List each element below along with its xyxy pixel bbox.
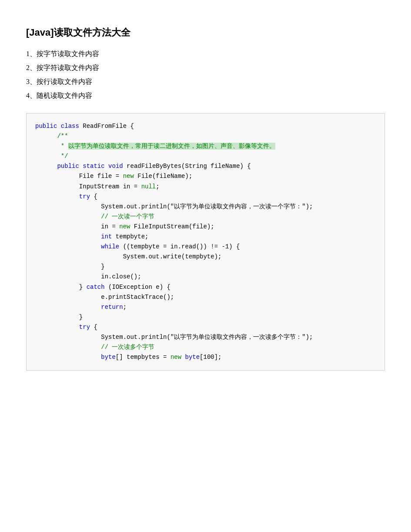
code-line-19: return; [35,302,376,312]
title-bracket: [Java] [26,27,54,38]
code-line-15: } [35,262,376,272]
code-line-1: public class ReadFromFile { [35,121,376,131]
code-line-2: /** [35,131,376,141]
table-of-contents: 1、按字节读取文件内容 2、按字符读取文件内容 3、按行读取文件内容 4、随机读… [26,47,385,103]
code-line-20: } [35,312,376,322]
code-line-23: // 一次读多个字节 [35,342,376,352]
code-line-17: } catch (IOException e) { [35,282,376,292]
code-line-6: File file = new File(fileName); [35,171,376,181]
toc-item-4: 4、随机读取文件内容 [26,89,385,103]
code-line-9: System.out.println("以字节为单位读取文件内容，一次读一个字节… [35,202,376,212]
code-line-21: try { [35,322,376,332]
code-line-16: in.close(); [35,272,376,282]
code-line-3: * 以字节为单位读取文件，常用于读二进制文件，如图片、声音、影像等文件。 [35,141,376,151]
page-title: [Java]读取文件方法大全 [26,26,385,39]
code-block: public class ReadFromFile { /** * 以字节为单位… [26,113,385,371]
code-line-5: public static void readFileByBytes(Strin… [35,161,376,171]
toc-item-2: 2、按字符读取文件内容 [26,61,385,75]
code-line-11: in = new FileInputStream(file); [35,222,376,232]
code-line-12: int tempbyte; [35,232,376,242]
code-line-13: while ((tempbyte = in.read()) != -1) { [35,242,376,252]
code-line-7: InputStream in = null; [35,182,376,192]
code-line-10: // 一次读一个字节 [35,212,376,222]
code-line-8: try { [35,192,376,202]
code-line-22: System.out.println("以字节为单位读取文件内容，一次读多个字节… [35,332,376,342]
code-line-14: System.out.write(tempbyte); [35,252,376,262]
code-line-4: */ [35,151,376,161]
code-line-18: e.printStackTrace(); [35,292,376,302]
title-text: 读取文件方法大全 [54,27,130,38]
toc-item-3: 3、按行读取文件内容 [26,75,385,89]
code-line-24: byte[] tempbytes = new byte[100]; [35,352,376,362]
toc-item-1: 1、按字节读取文件内容 [26,47,385,61]
